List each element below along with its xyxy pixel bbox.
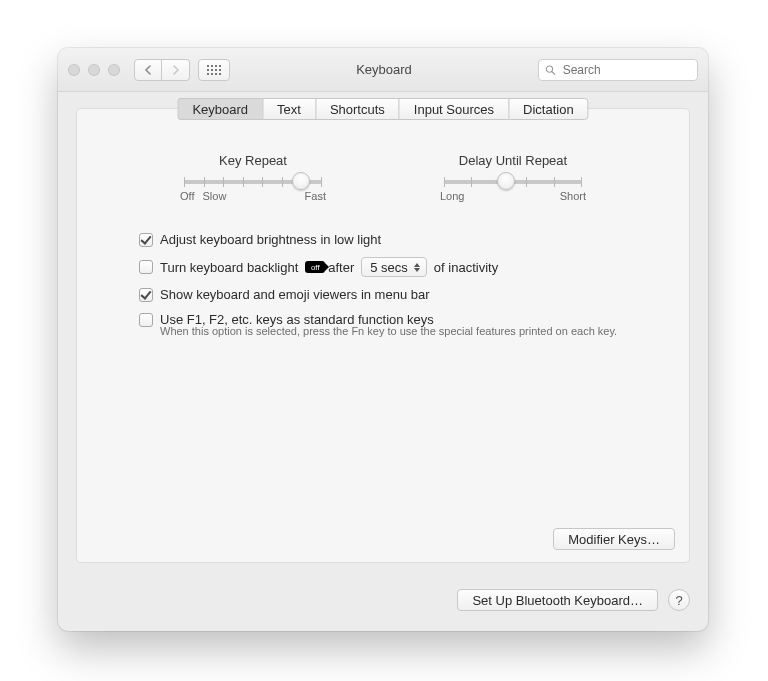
tab-input-sources[interactable]: Input Sources (399, 98, 508, 120)
stepper-icon (412, 260, 422, 274)
delay-label: Delay Until Repeat (438, 153, 588, 168)
modifier-keys-button[interactable]: Modifier Keys… (553, 528, 675, 550)
brightness-checkbox[interactable] (139, 233, 153, 247)
delay-group: Delay Until Repeat Long Short (438, 153, 588, 202)
minimize-window-button[interactable] (88, 64, 100, 76)
search-field[interactable] (538, 59, 698, 81)
search-input[interactable] (561, 62, 691, 78)
svg-rect-1 (211, 65, 213, 67)
titlebar: Keyboard (58, 48, 708, 92)
svg-rect-6 (215, 69, 217, 71)
sliders-row: Key Repeat Off Slow Fast Delay Until Rep… (77, 109, 689, 202)
backlight-timeout-select[interactable]: 5 secs (361, 257, 427, 277)
brightness-label: Adjust keyboard brightness in low light (160, 232, 381, 247)
svg-rect-3 (219, 65, 221, 67)
tab-bar: Keyboard Text Shortcuts Input Sources Di… (177, 98, 588, 120)
grid-icon (207, 65, 221, 75)
fkeys-checkbox[interactable] (139, 313, 153, 327)
help-button[interactable]: ? (668, 589, 690, 611)
svg-rect-5 (211, 69, 213, 71)
chevron-right-icon (172, 65, 180, 75)
delay-short-label: Short (560, 190, 586, 202)
svg-rect-4 (207, 69, 209, 71)
delay-thumb[interactable] (497, 172, 515, 190)
delay-slider[interactable] (444, 180, 582, 184)
window-title: Keyboard (238, 62, 530, 77)
key-repeat-thumb[interactable] (292, 172, 310, 190)
svg-rect-0 (207, 65, 209, 67)
backlight-post: of inactivity (434, 260, 498, 275)
key-repeat-label: Key Repeat (178, 153, 328, 168)
zoom-window-button[interactable] (108, 64, 120, 76)
main-panel: Keyboard Text Shortcuts Input Sources Di… (76, 108, 690, 563)
tab-text[interactable]: Text (262, 98, 315, 120)
key-repeat-slider[interactable] (184, 180, 322, 184)
svg-rect-11 (219, 73, 221, 75)
key-repeat-group: Key Repeat Off Slow Fast (178, 153, 328, 202)
backlight-checkbox[interactable] (139, 260, 153, 274)
svg-rect-10 (215, 73, 217, 75)
preferences-window: Keyboard Keyboard Text Shortcuts Input S… (58, 48, 708, 631)
backlight-row: Turn keyboard backlight off after 5 secs… (139, 257, 627, 277)
svg-rect-8 (207, 73, 209, 75)
tab-keyboard[interactable]: Keyboard (177, 98, 262, 120)
emoji-label: Show keyboard and emoji viewers in menu … (160, 287, 430, 302)
chevron-left-icon (144, 65, 152, 75)
delay-long-label: Long (440, 190, 464, 202)
svg-point-12 (546, 65, 552, 71)
svg-rect-2 (215, 65, 217, 67)
options: Adjust keyboard brightness in low light … (77, 202, 689, 337)
footer: Set Up Bluetooth Keyboard… ? (76, 589, 690, 611)
brightness-row: Adjust keyboard brightness in low light (139, 232, 627, 247)
fkeys-hint: When this option is selected, press the … (160, 325, 627, 337)
emoji-checkbox[interactable] (139, 288, 153, 302)
tab-shortcuts[interactable]: Shortcuts (315, 98, 399, 120)
back-button[interactable] (134, 59, 162, 81)
window-controls (68, 64, 120, 76)
off-switch-icon: off (305, 261, 325, 273)
show-all-button[interactable] (198, 59, 230, 81)
close-window-button[interactable] (68, 64, 80, 76)
key-repeat-slow-label: Slow (202, 190, 226, 202)
svg-rect-9 (211, 73, 213, 75)
nav-buttons (134, 59, 190, 81)
tab-dictation[interactable]: Dictation (508, 98, 589, 120)
backlight-timeout-value: 5 secs (370, 260, 408, 275)
key-repeat-fast-label: Fast (305, 190, 326, 202)
forward-button[interactable] (162, 59, 190, 81)
emoji-row: Show keyboard and emoji viewers in menu … (139, 287, 627, 302)
backlight-mid: after (328, 260, 354, 275)
key-repeat-off-label: Off (180, 190, 194, 202)
bluetooth-keyboard-button[interactable]: Set Up Bluetooth Keyboard… (457, 589, 658, 611)
svg-rect-7 (219, 69, 221, 71)
backlight-pre: Turn keyboard backlight (160, 260, 298, 275)
search-icon (545, 64, 556, 76)
svg-line-13 (552, 71, 555, 74)
